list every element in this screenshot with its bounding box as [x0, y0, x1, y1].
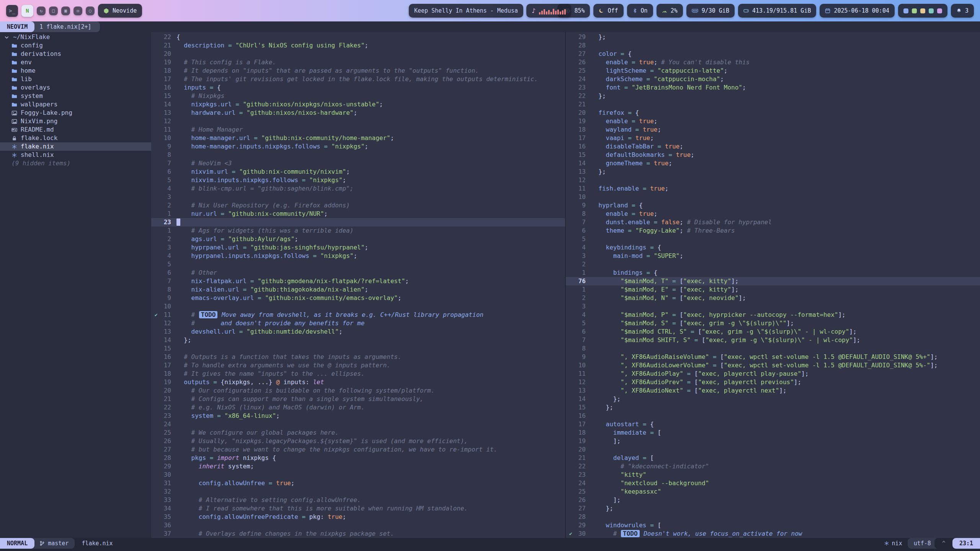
code-line[interactable]: 37 # Overlays define changes in the nixp… [151, 530, 565, 538]
code-line[interactable]: 4 keybindings = { [566, 243, 980, 252]
code-line[interactable]: 32 [151, 487, 565, 496]
memory-module[interactable]: 9/30 GiB [686, 4, 735, 18]
code-line[interactable]: 36 [151, 521, 565, 530]
tree-item-derivations[interactable]: derivations [0, 50, 151, 58]
code-line[interactable]: 17 # The inputs' git revisions get locke… [151, 75, 565, 83]
code-line[interactable]: ✔11 # TODO Move away from devshell, as i… [151, 311, 565, 319]
code-line[interactable]: 19 # This config is a Flake. [151, 58, 565, 67]
code-line[interactable]: 12 [151, 117, 565, 126]
git-branch-segment[interactable]: master [31, 538, 75, 549]
tree-item-env[interactable]: env [0, 58, 151, 67]
code-line[interactable]: 1 "$mainMod, E" = ["exec, kitty"]; [566, 285, 980, 294]
code-line[interactable]: 19 ]; [566, 437, 980, 445]
code-line[interactable]: 29 windowrules = [ [566, 521, 980, 530]
code-line[interactable]: 35 config.allowUnfreePredicate = pkg: tr… [151, 513, 565, 521]
code-line[interactable]: 2 [566, 260, 980, 269]
code-line[interactable]: 21 description = "ChUrl's NixOS config u… [151, 41, 565, 50]
code-line[interactable]: 27 }; [566, 504, 980, 513]
code-line[interactable]: 1 # Ags for widgets (this was a terrible… [151, 227, 565, 235]
workspace-misc[interactable]: ○ [86, 7, 95, 15]
code-line[interactable]: 23 font = "JetBrainsMono Nerd Font Mono"… [566, 83, 980, 92]
code-line[interactable]: 5 [151, 260, 565, 269]
code-line[interactable]: 25 lightScheme = "catppuccin-latte"; [566, 67, 980, 75]
tab-flake-nix[interactable]: 1 flake.nix[2+] [31, 21, 100, 32]
code-line[interactable]: 18 # It gives the name "inputs" to the .… [151, 370, 565, 378]
code-line[interactable]: 26 enable = true; # You can't disable th… [566, 58, 980, 67]
clock-module[interactable]: 2025-06-18 00:04 [820, 4, 895, 18]
code-line[interactable]: 7 # NeoVim <3 [151, 159, 565, 168]
code-line[interactable]: 22 # "kdeconnect-indicator" [566, 462, 980, 471]
code-line[interactable]: 4 hyprpanel.inputs.nixpkgs.follows = "ni… [151, 252, 565, 260]
tree-item-README.md[interactable]: README.md [0, 126, 151, 134]
code-line[interactable]: 21 delayed = [ [566, 454, 980, 462]
code-line[interactable]: 14 }; [151, 336, 565, 344]
code-line[interactable]: 3 hyprpanel.url = "github:jas-singhfsu/h… [151, 243, 565, 252]
bluetooth-module[interactable]: On [627, 4, 653, 18]
code-line[interactable]: 12 ", XF86AudioPrev" = ["exec, playerctl… [566, 378, 980, 386]
code-line[interactable]: 8 enable = true; [566, 210, 980, 218]
code-line[interactable]: 9 hyprland = { [566, 201, 980, 210]
code-line[interactable]: 9 ", XF86AudioRaiseVolume" = ["exec, wpc… [566, 353, 980, 361]
code-line[interactable]: 8 nix-alien.url = "github:thiagokokada/n… [151, 285, 565, 294]
code-line[interactable]: 7 nix-flatpak.url = "github:gmodena/nix-… [151, 277, 565, 285]
code-line[interactable]: 3 main-mod = "SUPER"; [566, 252, 980, 260]
code-line[interactable]: 13 }; [566, 168, 980, 176]
code-line[interactable]: 18 # It depends on "inputs" that are pas… [151, 67, 565, 75]
code-line[interactable]: 14 gnomeTheme = true; [566, 159, 980, 168]
tree-item-flake.lock[interactable]: flake.lock [0, 134, 151, 142]
tree-root[interactable]: ~/NixFlake [0, 33, 151, 41]
workspace-terminal[interactable]: >_ [6, 5, 18, 17]
code-line[interactable]: 26 ]; [566, 496, 980, 504]
code-line[interactable]: 12 [566, 176, 980, 184]
workspace-browser[interactable]: ↻ [37, 7, 46, 15]
code-line[interactable]: 25 # We configure our global packages he… [151, 429, 565, 437]
code-line[interactable]: 3 [151, 193, 565, 201]
code-line[interactable]: 22 }; [566, 92, 980, 100]
code-line[interactable]: 6 # Other [151, 269, 565, 277]
workspace-apps[interactable]: ▣ [61, 7, 70, 15]
code-line[interactable]: 13 devshell.url = "github:numtide/devshe… [151, 328, 565, 336]
code-line[interactable]: 19 outputs = {nixpkgs, ...} @ inputs: le… [151, 378, 565, 386]
workspace-editor[interactable]: N [21, 5, 33, 17]
tree-item-lib[interactable]: lib [0, 75, 151, 83]
code-line[interactable]: 25 "keepassxc" [566, 487, 980, 496]
code-line[interactable]: 16 disableTabBar = true; [566, 142, 980, 151]
tray-shield-check-icon[interactable] [912, 8, 917, 13]
code-line[interactable]: 21 # Configs can support more than a sin… [151, 395, 565, 403]
code-line[interactable]: 18 wayland = true; [566, 126, 980, 134]
code-line[interactable]: 1 nur.url = "github:nix-community/NUR"; [151, 210, 565, 218]
code-line[interactable]: 21 [566, 100, 980, 109]
idle-inhibitor-module[interactable]: Off [593, 4, 623, 18]
code-line[interactable]: 6 "$mainMod CTRL, S" = ["exec, grim -g \… [566, 328, 980, 336]
tray-sun-icon[interactable] [920, 8, 925, 13]
code-line[interactable]: 16 # Outputs is a function that takes th… [151, 353, 565, 361]
media-visualizer[interactable]: ♪ [526, 4, 571, 18]
code-line[interactable]: 20 [566, 445, 980, 454]
tray-power-icon[interactable] [937, 8, 942, 13]
code-line[interactable]: 26 # Usually, "nixpkgs.legacyPackages.${… [151, 437, 565, 445]
code-line[interactable]: 5 nixvim.inputs.nixpkgs.follows = "nixpk… [151, 176, 565, 184]
code-line[interactable]: 33 # Alternative to setting config.allow… [151, 496, 565, 504]
code-line[interactable]: 20 # Our configuration is buildable on t… [151, 386, 565, 395]
tree-item-config[interactable]: config [0, 41, 151, 50]
code-line[interactable]: 11 fish.enable = true; [566, 184, 980, 193]
code-line[interactable]: 3 [566, 302, 980, 311]
code-line[interactable]: 23 [151, 218, 565, 227]
code-line[interactable]: 23 "kitty" [566, 471, 980, 479]
tree-item-shell.nix[interactable]: shell.nix [0, 151, 151, 159]
code-line[interactable]: 17 vaapi = true; [566, 134, 980, 142]
code-line[interactable]: 19 enable = true; [566, 117, 980, 126]
code-line[interactable]: 20 [151, 50, 565, 58]
code-line[interactable]: 29 inherit system; [151, 462, 565, 471]
code-line[interactable]: 34 # I read somewhere that this is more … [151, 504, 565, 513]
code-line[interactable]: 11 # Home Manager [151, 126, 565, 134]
code-line[interactable]: 15 # Nixpkgs [151, 92, 565, 100]
workspace-mail[interactable]: ✉ [74, 7, 82, 15]
code-line[interactable]: 15 defaultBookmarks = true; [566, 151, 980, 159]
code-line[interactable]: 11 ", XF86AudioPlay" = ["exec, playerctl… [566, 370, 980, 378]
tray-keyboard-icon[interactable] [903, 8, 908, 13]
code-line[interactable]: 10 home-manager.url = "github:nix-commun… [151, 134, 565, 142]
code-line[interactable]: 2 "$mainMod, N" = ["exec, neovide"]; [566, 294, 980, 302]
code-line[interactable]: 15 [151, 344, 565, 353]
code-line[interactable]: 6 nixvim.url = "github:nix-community/nix… [151, 168, 565, 176]
